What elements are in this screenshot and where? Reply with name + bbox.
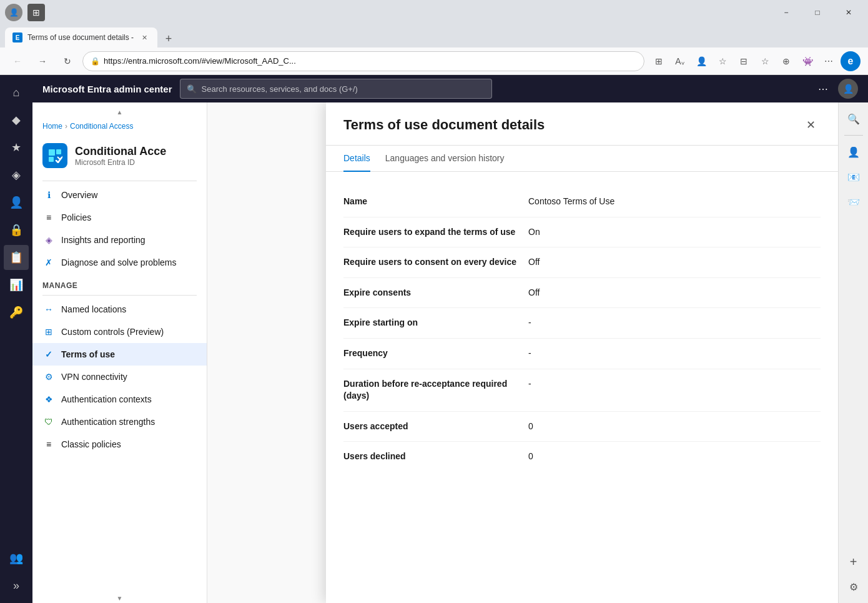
- app-layout: ⌂ ◆ ★ ◈ 👤 🔒 📋 📊 🔑 👥 » Microsoft Entra ad…: [0, 75, 868, 603]
- nav-bar: ← → ↻ 🔒 https://entra.microsoft.com/#vie…: [0, 47, 868, 75]
- nav-title: Conditional Acce: [75, 145, 166, 158]
- icon-strip-keys[interactable]: 🔑: [4, 300, 29, 325]
- address-bar[interactable]: 🔒 https://entra.microsoft.com/#view/Micr…: [82, 51, 644, 71]
- tab-title: Terms of use document details -: [27, 33, 134, 42]
- icon-strip-home[interactable]: ⌂: [4, 80, 29, 105]
- icon-strip-user-mgmt[interactable]: 👥: [4, 546, 29, 571]
- svg-rect-0: [49, 149, 55, 156]
- extensions2-button[interactable]: 👾: [798, 52, 817, 71]
- auth-strengths-icon: 🛡: [42, 416, 55, 428]
- icon-strip-monitor[interactable]: 📊: [4, 272, 29, 297]
- back-button[interactable]: ←: [7, 51, 27, 71]
- icon-strip-favorites[interactable]: ★: [4, 135, 29, 160]
- panel-close-button[interactable]: ✕: [801, 115, 821, 135]
- nav-item-overview[interactable]: ℹ Overview: [32, 184, 207, 206]
- detail-value-every-device: Off: [528, 256, 821, 269]
- nav-item-vpn[interactable]: ⚙ VPN connectivity: [32, 366, 207, 388]
- tab-groups-button[interactable]: ⊞: [649, 52, 668, 71]
- collections-button[interactable]: ☆: [756, 52, 774, 71]
- detail-value-frequency: -: [528, 347, 821, 360]
- split-screen-button[interactable]: ⊟: [734, 52, 753, 71]
- close-button[interactable]: ✕: [834, 3, 863, 22]
- window-controls: − □ ✕: [772, 3, 863, 22]
- breadcrumb-home[interactable]: Home: [42, 122, 62, 131]
- nav-item-named-locations-label: Named locations: [61, 304, 126, 314]
- tab-favicon: E: [12, 32, 22, 42]
- right-sidebar-ext3[interactable]: 📨: [842, 191, 865, 213]
- detail-row-frequency: Frequency -: [343, 339, 821, 369]
- nav-item-diagnose[interactable]: ✗ Diagnose and solve problems: [32, 251, 207, 274]
- nav-item-auth-contexts[interactable]: ❖ Authentication contexts: [32, 388, 207, 411]
- right-sidebar: 🔍 👤 📧 📨 + ⚙: [838, 102, 868, 603]
- new-tab-button[interactable]: +: [160, 30, 177, 47]
- detail-label-expire-starting: Expire starting on: [343, 317, 518, 329]
- tab-bar: E Terms of use document details - ✕ +: [0, 25, 868, 47]
- read-aloud-button[interactable]: Aᵥ: [671, 52, 689, 71]
- header-more-button[interactable]: ⋯: [813, 79, 833, 99]
- right-sidebar-search[interactable]: 🔍: [842, 107, 865, 130]
- forward-button[interactable]: →: [32, 51, 52, 71]
- insights-icon: ◈: [42, 234, 55, 246]
- manage-divider: [42, 295, 197, 296]
- detail-value-expand: On: [528, 226, 821, 239]
- breadcrumb-conditional-access[interactable]: Conditional Access: [70, 122, 133, 131]
- icon-strip-security[interactable]: 🔒: [4, 217, 29, 242]
- icon-strip-compliance[interactable]: 📋: [4, 245, 29, 270]
- right-sidebar-add[interactable]: +: [842, 551, 865, 573]
- nav-item-custom-controls-label: Custom controls (Preview): [61, 327, 164, 337]
- maximize-button[interactable]: □: [803, 3, 832, 22]
- detail-value-users-declined: 0: [528, 451, 821, 463]
- nav-item-named-locations[interactable]: ↔ Named locations: [32, 298, 207, 321]
- detail-label-every-device: Require users to consent on every device: [343, 256, 518, 269]
- minimize-button[interactable]: −: [772, 3, 801, 22]
- detail-value-duration: -: [528, 378, 821, 391]
- nav-item-terms-of-use[interactable]: ✓ Terms of use: [32, 343, 207, 366]
- vpn-icon: ⚙: [42, 371, 55, 383]
- nav-title-block: Conditional Acce Microsoft Entra ID: [75, 145, 166, 167]
- classic-policies-icon: ≡: [42, 438, 55, 451]
- detail-row-name: Name Contoso Terms of Use: [343, 187, 821, 217]
- manage-section-header: Manage: [32, 274, 207, 292]
- profile-avatar[interactable]: 👤: [5, 4, 22, 21]
- icon-strip-protection[interactable]: ◈: [4, 162, 29, 187]
- nav-divider-top: [42, 181, 197, 181]
- breadcrumb: Home › Conditional Access: [32, 117, 207, 138]
- left-nav: ▲ Home › Conditional Access: [32, 102, 207, 603]
- scroll-down-indicator[interactable]: ▼: [32, 594, 207, 603]
- nav-item-auth-strengths[interactable]: 🛡 Authentication strengths: [32, 411, 207, 433]
- icon-strip-expand[interactable]: »: [4, 573, 29, 598]
- detail-value-expire-consents: Off: [528, 287, 821, 299]
- header-search[interactable]: 🔍 Search resources, services, and docs (…: [180, 79, 492, 99]
- scroll-up-indicator[interactable]: ▲: [32, 107, 207, 117]
- icon-strip-users[interactable]: 👤: [4, 190, 29, 215]
- lock-icon: 🔒: [91, 57, 100, 66]
- right-sidebar-settings[interactable]: ⚙: [842, 576, 865, 598]
- more-button[interactable]: ⋯: [819, 52, 838, 71]
- detail-label-name: Name: [343, 196, 518, 208]
- nav-item-custom-controls[interactable]: ⊞ Custom controls (Preview): [32, 321, 207, 343]
- nav-item-policies-label: Policies: [61, 212, 91, 222]
- tab-close-button[interactable]: ✕: [139, 32, 150, 43]
- detail-value-users-accepted: 0: [528, 421, 821, 433]
- refresh-button[interactable]: ↻: [57, 51, 77, 71]
- url-text: https://entra.microsoft.com/#view/Micros…: [104, 56, 636, 66]
- nav-item-diagnose-label: Diagnose and solve problems: [61, 257, 176, 267]
- right-sidebar-outlook[interactable]: 📧: [842, 166, 865, 188]
- nav-item-insights[interactable]: ◈ Insights and reporting: [32, 229, 207, 251]
- nav-item-policies[interactable]: ≡ Policies: [32, 206, 207, 229]
- active-tab[interactable]: E Terms of use document details - ✕: [5, 27, 157, 47]
- tab-languages[interactable]: Languages and version history: [385, 146, 505, 172]
- right-sidebar-ext1[interactable]: 👤: [842, 141, 865, 163]
- nav-item-classic-policies[interactable]: ≡ Classic policies: [32, 433, 207, 456]
- icon-strip-identity[interactable]: ◆: [4, 107, 29, 132]
- detail-value-expire-starting: -: [528, 317, 821, 329]
- edge-logo: e: [841, 51, 861, 71]
- browser-address-bar-user[interactable]: 👤: [692, 52, 711, 71]
- tab-details[interactable]: Details: [343, 146, 370, 172]
- favorites-button[interactable]: ☆: [713, 52, 732, 71]
- right-sidebar-divider: [844, 135, 863, 136]
- header-user-avatar[interactable]: 👤: [838, 79, 858, 99]
- panel-tabs: Details Languages and version history: [326, 146, 838, 172]
- extensions-button[interactable]: ⊕: [777, 52, 796, 71]
- detail-row-users-accepted: Users accepted 0: [343, 412, 821, 442]
